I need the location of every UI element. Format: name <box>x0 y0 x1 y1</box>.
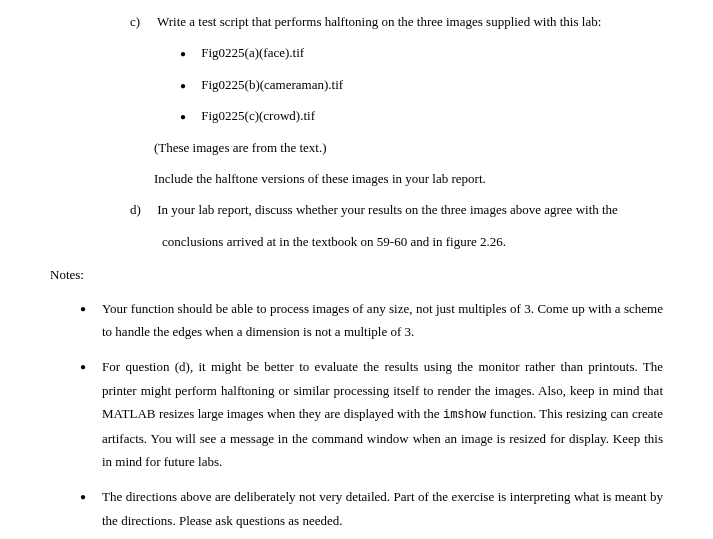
note-item: ● For question (d), it might be better t… <box>80 355 663 473</box>
list-item-c: c) Write a test script that performs hal… <box>130 10 663 33</box>
function-name: imshow <box>443 408 486 422</box>
bullet-icon: ● <box>80 485 102 532</box>
note-item: ● The directions above are deliberately … <box>80 485 663 532</box>
bullet-icon: ● <box>180 77 198 95</box>
file-name: Fig0225(b)(cameraman).tif <box>201 77 343 92</box>
note-item: ● Your function should be able to proces… <box>80 297 663 344</box>
file-item: ● Fig0225(c)(crowd).tif <box>180 104 663 127</box>
notes-heading: Notes: <box>50 263 663 286</box>
source-note: (These images are from the text.) <box>154 136 663 159</box>
include-note: Include the halftone versions of these i… <box>154 167 663 190</box>
file-name: Fig0225(c)(crowd).tif <box>201 108 315 123</box>
item-d-text-line1: In your lab report, discuss whether your… <box>157 202 618 217</box>
item-c-letter: c) <box>130 10 154 33</box>
note-text: For question (d), it might be better to … <box>102 355 663 473</box>
bullet-icon: ● <box>180 108 198 126</box>
note-text: Your function should be able to process … <box>102 297 663 344</box>
item-c-text: Write a test script that performs halfto… <box>157 14 601 29</box>
file-item: ● Fig0225(b)(cameraman).tif <box>180 73 663 96</box>
file-list: ● Fig0225(a)(face).tif ● Fig0225(b)(came… <box>180 41 663 127</box>
file-name: Fig0225(a)(face).tif <box>201 45 304 60</box>
list-item-d: d) In your lab report, discuss whether y… <box>130 198 663 221</box>
file-item: ● Fig0225(a)(face).tif <box>180 41 663 64</box>
bullet-icon: ● <box>180 45 198 63</box>
note-text: The directions above are deliberately no… <box>102 485 663 532</box>
bullet-icon: ● <box>80 355 102 473</box>
item-d-letter: d) <box>130 198 154 221</box>
document-page: c) Write a test script that performs hal… <box>0 0 713 539</box>
bullet-icon: ● <box>80 297 102 344</box>
item-d-text-line2: conclusions arrived at in the textbook o… <box>162 230 663 253</box>
